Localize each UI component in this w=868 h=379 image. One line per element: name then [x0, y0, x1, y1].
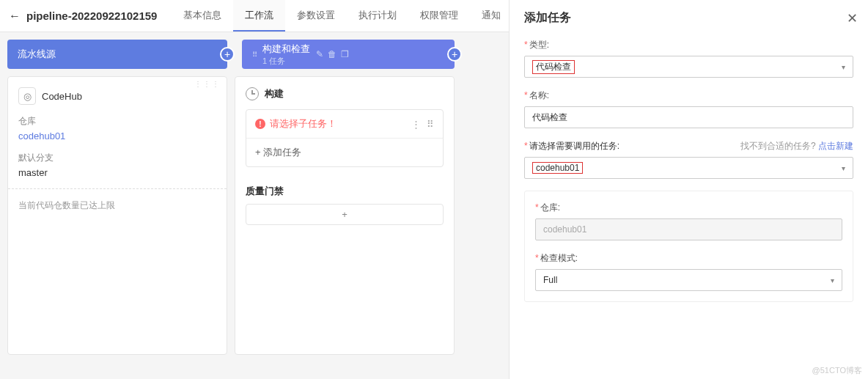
source-stage-title: 流水线源 — [18, 48, 56, 61]
task-select[interactable]: codehub01 ▾ — [524, 157, 853, 179]
repo-limit-msg: 当前代码仓数量已达上限 — [18, 195, 216, 212]
add-gate-button[interactable]: + — [246, 204, 444, 225]
copy-icon[interactable]: ❐ — [341, 49, 349, 59]
watermark: @51CTO博客 — [812, 365, 862, 376]
job-warning-text: 请选择子任务！ — [270, 117, 336, 130]
build-stage-title: 构建和检查 — [262, 43, 310, 56]
codehub-icon: ◎ — [18, 87, 36, 105]
tab-notify[interactable]: 通知 — [470, 0, 512, 32]
gate-title: 质量门禁 — [246, 185, 444, 198]
edit-icon[interactable]: ✎ — [316, 49, 323, 59]
close-icon[interactable]: ✕ — [847, 10, 858, 26]
tab-basic-info[interactable]: 基本信息 — [172, 0, 233, 32]
type-select[interactable]: 代码检查 ▾ — [524, 56, 853, 78]
job-box: ! 请选择子任务！ ⋮ ⠿ + 添加任务 — [246, 109, 444, 167]
add-stage-button[interactable]: + — [447, 47, 462, 62]
sub-repo-input: codehub01 — [535, 218, 842, 240]
name-label: 名称: — [529, 90, 549, 100]
type-label: 类型: — [529, 40, 549, 50]
repo-label: 仓库 — [18, 115, 216, 128]
warning-icon: ! — [255, 119, 265, 129]
task-hint: 找不到合适的任务? 点击新建 — [740, 140, 853, 152]
name-input[interactable]: 代码检查 — [524, 106, 853, 128]
drag-handle-icon[interactable]: ⠿ — [252, 53, 258, 56]
sub-config-block: *仓库: codehub01 *检查模式: Full ▾ — [524, 191, 853, 302]
pipeline-name: pipeline-20220922102159 — [26, 10, 157, 22]
type-value: 代码检查 — [532, 60, 575, 74]
branch-value: master — [18, 167, 216, 178]
build-card: 构建 ! 请选择子任务！ ⋮ ⠿ + 添加任务 质量门禁 + — [235, 76, 455, 355]
tab-permissions[interactable]: 权限管理 — [408, 0, 470, 32]
clock-icon — [246, 87, 259, 100]
source-card: ⋮⋮⋮ ◎ CodeHub 仓库 codehub01 默认分支 master 当… — [7, 76, 227, 355]
add-stage-button[interactable]: + — [220, 47, 235, 62]
mode-label: 检查模式: — [540, 253, 578, 263]
add-task-panel: ✕ 添加任务 *类型: 代码检查 ▾ *名称: 代码检查 *请选择需要调用的任务… — [509, 0, 868, 379]
mode-value: Full — [543, 275, 557, 285]
add-task-button[interactable]: + 添加任务 — [246, 138, 443, 166]
create-task-link[interactable]: 点击新建 — [818, 141, 853, 151]
build-card-title: 构建 — [265, 87, 284, 100]
tab-schedule[interactable]: 执行计划 — [347, 0, 408, 32]
drag-handle-icon[interactable]: ⋮⋮⋮ — [194, 80, 221, 88]
back-arrow-icon[interactable]: ← — [9, 10, 21, 23]
build-stage-header[interactable]: ⠿ 构建和检查 1 任务 ✎ 🗑 ❐ + — [242, 40, 455, 69]
job-menu-icon[interactable]: ⋮ — [411, 119, 421, 130]
job-drag-icon[interactable]: ⠿ — [427, 119, 434, 130]
task-value: codehub01 — [532, 162, 583, 174]
panel-title: 添加任务 — [524, 10, 853, 26]
chevron-down-icon: ▾ — [842, 164, 845, 172]
sub-repo-label: 仓库: — [540, 202, 560, 213]
source-provider: CodeHub — [42, 91, 82, 102]
task-label: 请选择需要调用的任务: — [529, 141, 619, 151]
sub-repo-value: codehub01 — [543, 224, 586, 235]
chevron-down-icon: ▾ — [831, 276, 834, 284]
tabs: 基本信息 工作流 参数设置 执行计划 权限管理 通知 — [172, 0, 512, 32]
name-value: 代码检查 — [532, 111, 567, 124]
mode-select[interactable]: Full ▾ — [535, 269, 842, 291]
build-stage-sub: 1 任务 — [262, 56, 310, 67]
source-stage-header[interactable]: 流水线源 + — [7, 40, 227, 69]
delete-icon[interactable]: 🗑 — [328, 49, 336, 59]
branch-label: 默认分支 — [18, 152, 216, 164]
tab-workflow[interactable]: 工作流 — [233, 0, 285, 32]
chevron-down-icon: ▾ — [842, 63, 845, 71]
tab-params[interactable]: 参数设置 — [285, 0, 347, 32]
repo-link[interactable]: codehub01 — [18, 130, 216, 141]
